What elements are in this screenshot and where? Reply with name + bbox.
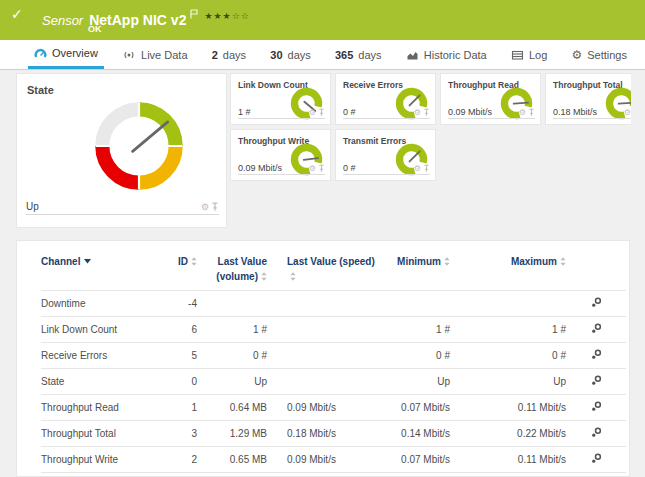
gauge-panel: Throughput Read 0.09 Mbit/s ⚙ (440, 73, 541, 125)
gear-icon[interactable]: ⚙ (519, 109, 526, 117)
table-row[interactable]: Throughput Total 3 1.29 MB 0.18 Mbit/s 0… (41, 421, 626, 447)
cell-id: -4 (159, 291, 197, 317)
column-header-minimum[interactable]: Minimum (375, 241, 450, 291)
cell-maximum: 1 # (450, 317, 566, 343)
cell-last-value-speed (267, 291, 375, 317)
tab-365-days[interactable]: 365 days (329, 40, 388, 69)
gear-icon[interactable]: ⚙ (624, 109, 631, 117)
gear-icon[interactable]: ⚙ (201, 203, 209, 212)
star-empty-icon[interactable]: ☆ (232, 11, 241, 21)
cell-last-value-volume: 0.64 MB (197, 395, 267, 421)
edit-channel-icon[interactable] (591, 427, 602, 438)
star-rating[interactable]: ★★★☆☆ (204, 11, 249, 21)
gear-icon[interactable]: ⚙ (414, 109, 421, 117)
table-row[interactable]: Throughput Read 1 0.64 MB 0.09 Mbit/s 0.… (41, 395, 626, 421)
sensor-kind-label: Sensor (42, 13, 83, 28)
state-gauge-panel: State Up ⚙ (16, 73, 227, 228)
prtg-sensor-page: ✓ SensorNetApp NIC v2★★★☆☆ OK Overview L… (0, 0, 645, 477)
cell-minimum: Up (375, 369, 450, 395)
table-row[interactable]: Link Down Count 6 1 # 1 # 1 # (41, 317, 626, 343)
table-row[interactable]: Downtime -4 (41, 291, 626, 317)
gauge-value: 0.18 Mbit/s (553, 107, 597, 117)
tab-historic-data[interactable]: Historic Data (400, 40, 493, 69)
sort-icon (290, 272, 296, 281)
column-header-maximum[interactable]: Maximum (450, 241, 566, 291)
edit-channel-icon[interactable] (591, 349, 602, 360)
cell-last-value-volume: 0 # (197, 473, 267, 477)
tab-30-days[interactable]: 30 days (264, 40, 317, 69)
table-header-row: Channel ID Last Value (volume) Last Valu… (41, 241, 626, 291)
star-empty-icon[interactable]: ☆ (241, 11, 250, 21)
gauge-value: Up (26, 201, 39, 212)
cell-last-value-volume: 0 # (197, 343, 267, 369)
star-filled-icon[interactable]: ★ (223, 11, 232, 21)
pin-icon[interactable] (318, 108, 325, 117)
cell-channel: Link Down Count (41, 317, 159, 343)
cell-last-value-speed (267, 369, 375, 395)
edit-channel-icon[interactable] (591, 401, 602, 412)
pin-icon[interactable] (423, 164, 430, 173)
tab-settings[interactable]: ⚙ Settings (565, 40, 633, 69)
pin-icon[interactable] (528, 108, 535, 117)
tab-overview[interactable]: Overview (28, 40, 104, 69)
cell-channel: State (41, 369, 159, 395)
star-filled-icon[interactable]: ★ (214, 11, 223, 21)
tab-log[interactable]: Log (505, 40, 553, 69)
cell-maximum: 0 # (450, 343, 566, 369)
table-row[interactable]: Transmit Errors 4 0 # 0 # 0 # (41, 473, 626, 477)
edit-channel-icon[interactable] (591, 453, 602, 464)
gauge-title: State (27, 84, 54, 96)
tab-label: Log (529, 49, 547, 61)
cell-minimum: 0.14 Mbit/s (375, 421, 450, 447)
cell-last-value-volume: Up (197, 369, 267, 395)
pin-icon[interactable] (423, 108, 430, 117)
edit-channel-icon[interactable] (591, 323, 602, 334)
log-icon (511, 49, 524, 61)
gauge-needle (514, 103, 528, 104)
cell-maximum: 0 # (450, 473, 566, 477)
star-filled-icon[interactable]: ★ (204, 11, 213, 21)
sort-icon (261, 272, 267, 281)
column-header-channel[interactable]: Channel (41, 241, 159, 291)
pin-icon[interactable] (211, 202, 219, 212)
tab-label: Settings (587, 49, 627, 61)
cell-channel: Throughput Write (41, 447, 159, 473)
cell-last-value-volume: 0.65 MB (197, 447, 267, 473)
sensor-header: ✓ SensorNetApp NIC v2★★★☆☆ OK (0, 0, 645, 40)
column-header-last-value-speed[interactable]: Last Value (speed) (267, 241, 375, 291)
gear-icon[interactable]: ⚙ (414, 165, 421, 173)
cell-id: 2 (159, 447, 197, 473)
table-row[interactable]: State 0 Up Up Up (41, 369, 626, 395)
edit-channel-icon[interactable] (591, 297, 602, 308)
dropdown-arrow-icon (84, 259, 91, 264)
gauge-value: 0.09 Mbit/s (448, 107, 492, 117)
tab-2-days[interactable]: 2 days (206, 40, 252, 69)
pin-icon[interactable] (318, 164, 325, 173)
column-header-last-value-volume[interactable]: Last Value (volume) (197, 241, 267, 291)
table-row[interactable]: Receive Errors 5 0 # 0 # 0 # (41, 343, 626, 369)
gear-icon[interactable]: ⚙ (309, 109, 316, 117)
cell-maximum: Up (450, 369, 566, 395)
edit-channel-icon[interactable] (591, 375, 602, 386)
tab-bar: Overview Live Data 2 days 30 days 365 da… (0, 40, 645, 70)
channel-table: Channel ID Last Value (volume) Last Valu… (41, 241, 626, 477)
cell-minimum: 0.07 Mbit/s (375, 395, 450, 421)
gauge-value: 0 # (343, 163, 356, 173)
cell-last-value-volume (197, 291, 267, 317)
cell-channel: Downtime (41, 291, 159, 317)
tab-label: Historic Data (424, 49, 487, 61)
mini-gauge-grid: Link Down Count 1 # ⚙ Receive Errors 0 # (230, 73, 631, 187)
table-row[interactable]: Throughput Write 2 0.65 MB 0.09 Mbit/s 0… (41, 447, 626, 473)
cell-maximum: 0.11 Mbit/s (450, 395, 566, 421)
column-header-id[interactable]: ID (159, 241, 197, 291)
cell-last-value-speed (267, 473, 375, 477)
cell-last-value-speed (267, 343, 375, 369)
gear-icon[interactable]: ⚙ (309, 165, 316, 173)
cell-maximum (450, 291, 566, 317)
priority-flag-icon[interactable] (190, 5, 198, 22)
gauge-value: 0 # (343, 107, 356, 117)
cell-id: 0 (159, 369, 197, 395)
gauge-panel: Link Down Count 1 # ⚙ (230, 73, 331, 125)
cell-channel: Receive Errors (41, 343, 159, 369)
tab-live-data[interactable]: Live Data (116, 40, 193, 69)
